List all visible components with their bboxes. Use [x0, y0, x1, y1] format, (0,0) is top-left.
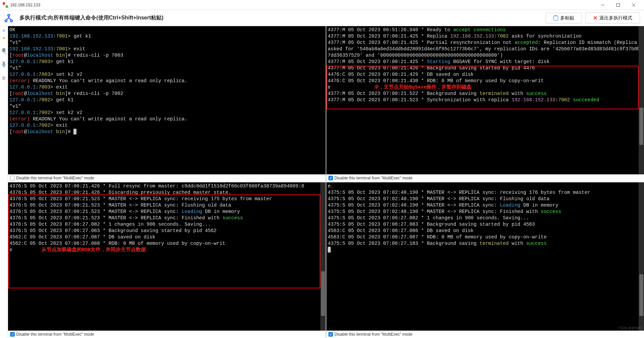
scrollbar-tr[interactable] [639, 26, 644, 174]
wrench-icon: 🔧 [1, 50, 6, 54]
exit-button-label: 退出多执行模式 [599, 15, 632, 21]
sidebar-tab-macro[interactable]: 宏 [1, 71, 7, 75]
toolbar: 多执行模式:向所有终端键入命令(使用Ctrl+Shift+Insert粘贴) 多… [0, 10, 644, 26]
window-titlebar: 192.168.152.133 [0, 0, 644, 10]
star-icon: ★ [2, 36, 6, 40]
terminal-bottom-left[interactable]: 4376:S 05 Oct 2023 07:00:21.426 * Full r… [8, 182, 326, 331]
disable-row-br: ✓ Disable this terminal from "MultiExec"… [326, 331, 644, 338]
disable-label: Disable this terminal from "MultiExec" m… [16, 176, 94, 180]
disable-row-tl: Disable this terminal from "MultiExec" m… [8, 174, 326, 182]
terminal-pane-top-left: OK 192.168.152.133:7001> get k1 "v1" 192… [8, 26, 326, 182]
sidebar-tab-tools[interactable]: 工具 [1, 57, 7, 61]
paste-button-label: 多粘贴 [560, 15, 574, 21]
disable-row-tr: ✓ Disable this terminal from "MultiExec"… [326, 174, 644, 182]
close-button[interactable] [626, 0, 641, 10]
watermark: CSDN @@WAT [618, 326, 642, 330]
terminal-top-right[interactable]: 4377:M 05 Oct 2023 06:51:26.940 * Ready … [326, 26, 644, 174]
scrollbar-bl[interactable] [320, 182, 326, 331]
sidebar-tab-sessions[interactable]: 会话夹 [1, 43, 7, 47]
svg-point-4 [8, 14, 10, 16]
send-icon: ➤ [2, 64, 6, 68]
disable-checkbox-br[interactable]: ✓ [328, 332, 333, 337]
terminal-bottom-right[interactable]: e. 4375:S 05 Oct 2023 07:02:48.190 * MAS… [326, 182, 644, 331]
disable-checkbox-tl[interactable] [10, 176, 15, 180]
disable-checkbox-tr[interactable]: ✓ [328, 176, 333, 180]
terminal-top-left[interactable]: OK 192.168.152.133:7001> get k1 "v1" 192… [8, 26, 326, 174]
left-sidebar: » ★ 会话夹 🔧 工具 ➤ 宏 [0, 26, 8, 338]
app-icon [3, 2, 8, 8]
disable-label: Disable this terminal from "MultiExec" m… [334, 176, 413, 180]
terminal-pane-bottom-left: 4376:S 05 Oct 2023 07:00:21.426 * Full r… [8, 182, 326, 338]
disable-row-bl: ✓ Disable this terminal from "MultiExec"… [8, 331, 326, 338]
disable-label: Disable this terminal from "MultiExec" m… [16, 332, 94, 337]
paste-icon [553, 16, 558, 20]
disable-label: Disable this terminal from "MultiExec" m… [334, 332, 413, 337]
mode-label: 多执行模式:向所有终端键入命令(使用Ctrl+Shift+Insert粘贴) [19, 14, 542, 21]
expand-sidebar-icon[interactable]: » [3, 27, 5, 33]
multiexec-icon [4, 13, 13, 23]
window-title: 192.168.152.133 [10, 3, 595, 7]
disable-checkbox-bl[interactable]: ✓ [10, 332, 15, 337]
terminal-pane-top-right: 4377:M 05 Oct 2023 06:51:26.940 * Ready … [326, 26, 644, 182]
maximize-button[interactable] [610, 0, 626, 10]
svg-rect-1 [617, 3, 620, 6]
minimize-button[interactable] [595, 0, 610, 10]
close-icon: ✕ [593, 15, 597, 21]
scrollbar-br[interactable] [639, 182, 644, 331]
terminal-pane-bottom-right: e. 4375:S 05 Oct 2023 07:02:48.190 * MAS… [326, 182, 644, 338]
multi-paste-button[interactable]: 多粘贴 [546, 13, 582, 23]
terminal-grid: OK 192.168.152.133:7001> get k1 "v1" 192… [8, 26, 644, 338]
exit-multiexec-button[interactable]: ✕退出多执行模式 [585, 12, 640, 23]
